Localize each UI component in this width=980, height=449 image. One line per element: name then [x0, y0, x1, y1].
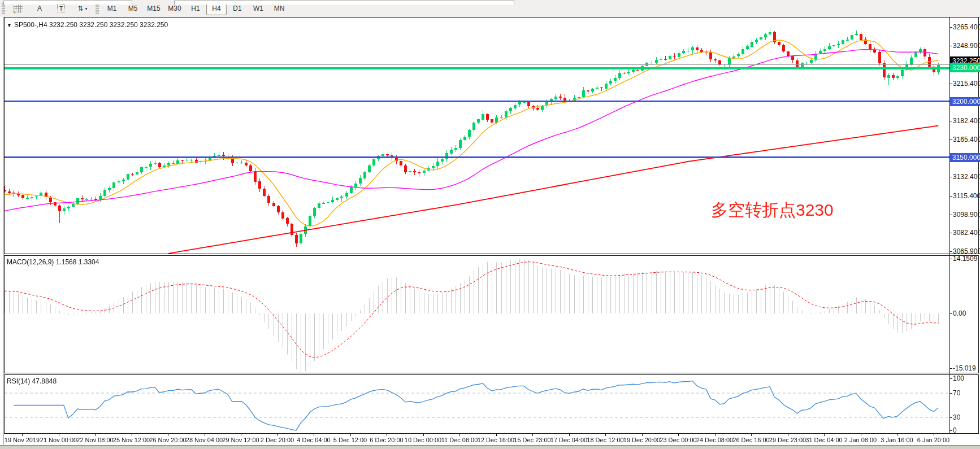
rsi-tick-dash	[949, 430, 952, 431]
price-tick-dash	[949, 233, 952, 233]
date-tick	[642, 434, 643, 436]
date-tick	[897, 434, 897, 436]
price-badge: 3150.000	[950, 153, 980, 162]
date-label: 19 Dec 20:00	[623, 437, 660, 443]
date-label: 25 Nov 12:00	[113, 437, 150, 443]
macd-label: MACD(12,26,9) 1.1568 1.3304	[7, 258, 99, 266]
date-tick	[205, 434, 205, 436]
date-tick	[59, 434, 59, 436]
arrows-icon: ⇅	[77, 5, 83, 12]
date-tick	[934, 434, 934, 436]
macd-tick-dash	[949, 368, 952, 369]
current-price-line[interactable]	[5, 64, 949, 65]
collapse-triangle-icon[interactable]: ▼	[7, 23, 12, 28]
date-label: 4 Dec 04:00	[297, 437, 330, 443]
rsi-tick-dash	[949, 417, 952, 418]
date-tick	[569, 434, 570, 436]
macd-tick-label: 0.00	[953, 309, 966, 317]
macd-tick-dash	[949, 313, 952, 314]
date-label: 21 Nov 00:00	[40, 437, 77, 443]
price-tick-dash	[949, 251, 952, 252]
date-tick	[241, 434, 241, 436]
date-tick	[605, 434, 606, 436]
date-label: 2 Jan 08:00	[844, 437, 877, 443]
window-left-edge	[0, 17, 4, 449]
price-tick-dash	[949, 196, 952, 197]
macd-tick-dash	[949, 259, 952, 259]
date-label: 5 Dec 12:00	[333, 437, 367, 443]
date-tick	[350, 434, 351, 436]
price-tick-dash	[949, 27, 952, 28]
date-label: 12 Dec 16:00	[478, 437, 514, 443]
date-label: 23 Dec 00:00	[660, 437, 696, 443]
date-tick	[168, 434, 168, 436]
date-tick	[678, 434, 679, 436]
date-tick	[387, 434, 387, 436]
annotation-text: 多空转折点3230	[711, 199, 834, 222]
rsi-indicator[interactable]	[5, 375, 949, 433]
date-tick	[22, 434, 23, 436]
date-label: 10 Dec 00:00	[405, 437, 441, 443]
price-tick-dash	[949, 140, 952, 140]
date-tick	[277, 434, 278, 436]
price-tick-label: 3098.900	[953, 211, 980, 219]
rsi-tick-dash	[949, 378, 952, 379]
price-line-3230[interactable]	[5, 67, 949, 69]
date-tick	[532, 434, 533, 436]
rsi-tick-dash	[949, 393, 952, 394]
rsi-tick-label: 0	[953, 426, 957, 434]
date-label: 24 Dec 08:00	[696, 437, 733, 443]
price-tick-dash	[949, 215, 952, 215]
price-tick-dash	[949, 84, 952, 84]
price-tick-dash	[949, 46, 952, 46]
status-bar	[0, 445, 980, 449]
date-label: 6 Dec 20:00	[370, 437, 403, 443]
rsi-tick-label: 100	[953, 374, 964, 382]
toolbar-grip[interactable]	[2, 3, 5, 14]
date-label: 22 Nov 08:00	[76, 437, 113, 443]
chart-title: ▼SP500-,H4 3232.250 3232.250 3232.250 32…	[7, 21, 168, 29]
date-label: 26 Nov 20:00	[149, 437, 186, 443]
date-label: 11 Dec 08:00	[441, 437, 478, 443]
status-tab[interactable]	[174, 1, 514, 5]
price-tick-label: 3215.400	[953, 80, 980, 88]
date-tick	[132, 434, 132, 436]
date-label: 29 Dec 23:00	[769, 437, 806, 443]
price-tick-label: 3165.400	[953, 136, 980, 143]
price-tick-label: 3082.400	[953, 229, 980, 237]
date-tick	[314, 434, 314, 436]
price-tick-dash	[949, 121, 952, 121]
price-tick-label: 3182.400	[953, 117, 980, 125]
date-label: 19 Nov 2019	[5, 437, 40, 443]
price-tick-dash	[949, 177, 952, 177]
date-label: 29 Nov 12:00	[222, 437, 259, 443]
macd-tick-label: 14.1509	[953, 255, 977, 263]
date-label: 6 Jan 20:00	[917, 437, 950, 443]
date-tick	[496, 434, 497, 436]
price-line-3150[interactable]	[5, 156, 949, 158]
date-tick	[715, 434, 716, 436]
timeframe-button-m15[interactable]: M15	[144, 2, 164, 15]
date-tick	[459, 434, 460, 436]
price-tick-label: 3132.400	[953, 173, 980, 181]
price-tick-label: 3065.900	[953, 247, 980, 255]
date-label: 15 Dec 23:00	[514, 437, 550, 443]
macd-indicator[interactable]	[5, 256, 949, 373]
toolbar-grip-2[interactable]	[96, 3, 99, 14]
price-axis-line[interactable]	[949, 17, 950, 434]
date-label: 2 Dec 20:00	[261, 437, 294, 443]
price-badge: 3230.000	[950, 63, 980, 72]
price-line-3200[interactable]	[5, 101, 949, 102]
status-tab[interactable]	[3, 1, 132, 5]
date-label: 26 Dec 16:00	[732, 437, 769, 443]
date-tick	[861, 434, 861, 436]
price-tick-label: 3265.400	[953, 23, 980, 31]
date-label: 31 Dec 04:00	[805, 437, 842, 443]
price-tick-label: 3115.400	[953, 192, 980, 200]
chevron-down-icon[interactable]: ▾	[85, 6, 88, 11]
date-label: 3 Jan 16:00	[881, 437, 913, 443]
rsi-tick-label: 30	[953, 413, 960, 421]
date-tick	[95, 434, 96, 436]
mt4-terminal: { "toolbar": { "tools": [ {"name":"chart…	[0, 0, 980, 449]
date-tick	[788, 434, 788, 436]
